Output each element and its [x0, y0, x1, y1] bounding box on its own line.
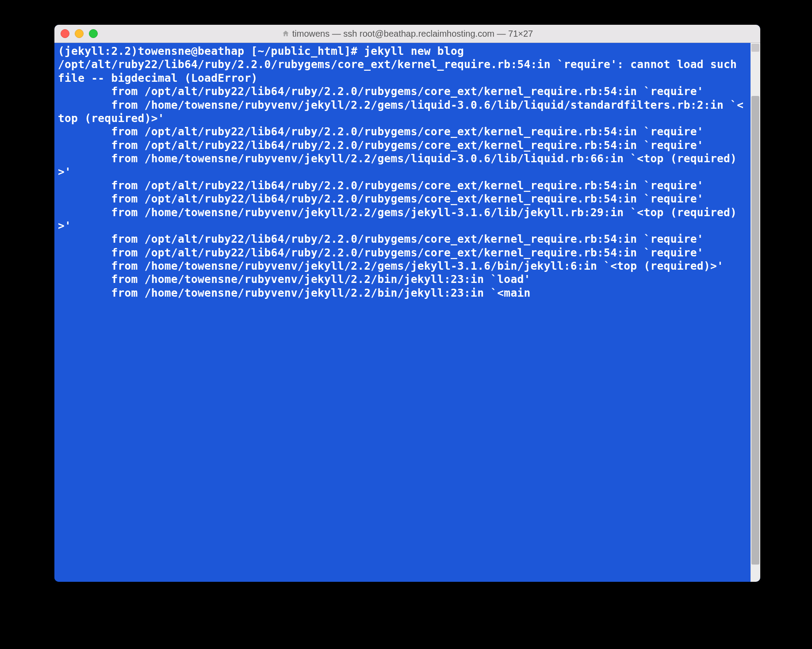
terminal-output[interactable]: (jekyll:2.2)towensne@beathap [~/public_h…: [54, 43, 751, 582]
window-controls: [61, 29, 98, 38]
home-icon: [282, 30, 290, 38]
window-title-text: timowens — ssh root@beathap.reclaimhosti…: [292, 29, 533, 39]
minimize-window-button[interactable]: [75, 29, 84, 38]
vertical-scrollbar[interactable]: [751, 43, 760, 582]
titlebar[interactable]: timowens — ssh root@beathap.reclaimhosti…: [54, 25, 760, 43]
content-wrap: (jekyll:2.2)towensne@beathap [~/public_h…: [54, 43, 760, 582]
zoom-window-button[interactable]: [89, 29, 98, 38]
window-title: timowens — ssh root@beathap.reclaimhosti…: [54, 29, 760, 39]
prompt: (jekyll:2.2)towensne@beathap [~/public_h…: [58, 45, 364, 57]
scroll-up-button[interactable]: [751, 44, 759, 52]
stderr-output: /opt/alt/ruby22/lib64/ruby/2.2.0/rubygem…: [58, 58, 743, 299]
scroll-thumb[interactable]: [751, 96, 759, 565]
terminal-window: timowens — ssh root@beathap.reclaimhosti…: [54, 25, 760, 582]
close-window-button[interactable]: [61, 29, 69, 38]
command: jekyll new blog: [364, 45, 464, 57]
